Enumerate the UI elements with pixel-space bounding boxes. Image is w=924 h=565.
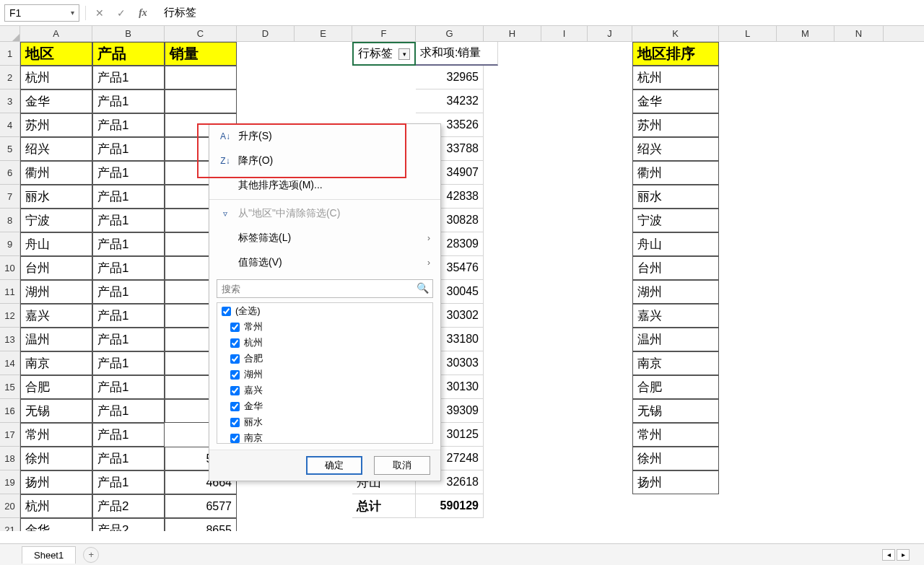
row-header-9[interactable]: 9 xyxy=(0,232,20,256)
cell-A5[interactable]: 绍兴 xyxy=(20,137,92,161)
filter-check-item[interactable]: 常州 xyxy=(217,319,432,335)
row-header-17[interactable]: 17 xyxy=(0,423,20,447)
row-header-15[interactable]: 15 xyxy=(0,375,20,399)
filter-search-input[interactable] xyxy=(217,279,433,298)
row-header-5[interactable]: 5 xyxy=(0,137,20,161)
name-box[interactable]: F1▾ xyxy=(4,4,79,22)
row-header-12[interactable]: 12 xyxy=(0,304,20,328)
cell-K10[interactable]: 台州 xyxy=(632,256,719,280)
cell-A3[interactable]: 金华 xyxy=(20,89,92,113)
cell-A11[interactable]: 湖州 xyxy=(20,280,92,304)
col-header-B[interactable]: B xyxy=(92,26,165,41)
column-headers[interactable]: ABCDEFGHIJKLMN xyxy=(20,26,924,42)
cell-K5[interactable]: 绍兴 xyxy=(632,137,719,161)
cell-C2[interactable] xyxy=(165,66,237,89)
cell-A17[interactable]: 常州 xyxy=(20,423,92,447)
select-all-corner[interactable] xyxy=(0,26,20,42)
cancel-button[interactable]: 取消 xyxy=(374,456,430,475)
cell-K9[interactable]: 舟山 xyxy=(632,232,719,256)
cell-K12[interactable]: 嘉兴 xyxy=(632,304,719,328)
cell-A10[interactable]: 台州 xyxy=(20,256,92,280)
cell-B6[interactable]: 产品1 xyxy=(92,161,165,185)
cell-C1[interactable]: 销量 xyxy=(165,42,237,66)
cell-C20[interactable]: 6577 xyxy=(165,494,237,518)
filter-checkbox[interactable] xyxy=(230,338,240,348)
cell-B16[interactable]: 产品1 xyxy=(92,399,165,423)
col-header-N[interactable]: N xyxy=(834,26,884,41)
row-header-1[interactable]: 1 xyxy=(0,42,20,66)
filter-check-item[interactable]: 金华 xyxy=(217,398,432,414)
cell-A9[interactable]: 舟山 xyxy=(20,232,92,256)
filter-checkbox[interactable] xyxy=(222,307,231,316)
cell-B7[interactable]: 产品1 xyxy=(92,185,165,209)
cell-B9[interactable]: 产品1 xyxy=(92,232,165,256)
cell-A2[interactable]: 杭州 xyxy=(20,66,92,89)
cell-G3[interactable]: 34232 xyxy=(416,89,484,113)
filter-check-item[interactable]: 湖州 xyxy=(217,367,432,382)
filter-check-item[interactable]: 丽水 xyxy=(217,414,432,430)
cell-B3[interactable]: 产品1 xyxy=(92,89,165,113)
filter-checkbox[interactable] xyxy=(230,434,240,443)
col-header-A[interactable]: A xyxy=(20,26,92,41)
cell-K3[interactable]: 金华 xyxy=(632,89,719,113)
label-filter-item[interactable]: 标签筛选(L)› xyxy=(209,226,440,250)
row-header-8[interactable]: 8 xyxy=(0,209,20,232)
col-header-C[interactable]: C xyxy=(165,26,237,41)
cell-K17[interactable]: 常州 xyxy=(632,423,719,447)
scroll-right-button[interactable]: ▸ xyxy=(897,549,910,561)
cell-K14[interactable]: 南京 xyxy=(632,351,719,375)
cell-K18[interactable]: 徐州 xyxy=(632,447,719,470)
cell-B15[interactable]: 产品1 xyxy=(92,375,165,399)
cell-B11[interactable]: 产品1 xyxy=(92,280,165,304)
filter-checkbox[interactable] xyxy=(230,386,240,395)
filter-checkbox[interactable] xyxy=(230,323,240,332)
row-header-13[interactable]: 13 xyxy=(0,328,20,351)
cell-K2[interactable]: 杭州 xyxy=(632,66,719,89)
col-header-L[interactable]: L xyxy=(719,26,777,41)
cell-A14[interactable]: 南京 xyxy=(20,351,92,375)
more-sort-options-item[interactable]: 其他排序选项(M)... xyxy=(209,173,440,198)
fx-icon[interactable]: fx xyxy=(135,5,151,21)
cell-G20[interactable]: 590129 xyxy=(416,494,484,518)
cell-A7[interactable]: 丽水 xyxy=(20,185,92,209)
cell-B18[interactable]: 产品1 xyxy=(92,447,165,470)
cell-F1[interactable]: 行标签▾ xyxy=(352,42,416,66)
cell-A21[interactable]: 金华 xyxy=(20,518,92,531)
row-header-4[interactable]: 4 xyxy=(0,113,20,137)
cell-C21[interactable]: 8655 xyxy=(165,518,237,531)
cell-A13[interactable]: 温州 xyxy=(20,328,92,351)
sheet-tab[interactable]: Sheet1 xyxy=(22,546,76,564)
cell-B4[interactable]: 产品1 xyxy=(92,113,165,137)
cell-A8[interactable]: 宁波 xyxy=(20,209,92,232)
col-header-K[interactable]: K xyxy=(632,26,719,41)
col-header-D[interactable]: D xyxy=(237,26,295,41)
cell-B12[interactable]: 产品1 xyxy=(92,304,165,328)
cell-B1[interactable]: 产品 xyxy=(92,42,165,66)
cell-B20[interactable]: 产品2 xyxy=(92,494,165,518)
ok-button[interactable]: 确定 xyxy=(306,456,362,475)
cell-B21[interactable]: 产品2 xyxy=(92,518,165,531)
row-header-20[interactable]: 20 xyxy=(0,494,20,518)
filter-check-item[interactable]: 合肥 xyxy=(217,351,432,367)
col-header-I[interactable]: I xyxy=(541,26,588,41)
cell-B13[interactable]: 产品1 xyxy=(92,328,165,351)
row-header-2[interactable]: 2 xyxy=(0,66,20,89)
filter-checkbox[interactable] xyxy=(230,354,240,364)
cell-A15[interactable]: 合肥 xyxy=(20,375,92,399)
cell-K4[interactable]: 苏州 xyxy=(632,113,719,137)
filter-search-box[interactable]: 🔍 xyxy=(217,279,433,298)
cell-K13[interactable]: 温州 xyxy=(632,328,719,351)
row-header-7[interactable]: 7 xyxy=(0,185,20,209)
row-header-21[interactable]: 21 xyxy=(0,518,20,531)
value-filter-item[interactable]: 值筛选(V)› xyxy=(209,250,440,275)
cell-A20[interactable]: 杭州 xyxy=(20,494,92,518)
cell-A18[interactable]: 徐州 xyxy=(20,447,92,470)
accept-formula-icon[interactable]: ✓ xyxy=(113,5,129,21)
col-header-H[interactable]: H xyxy=(484,26,541,41)
sort-descending-item[interactable]: Z↓ 降序(O) xyxy=(209,149,440,173)
cell-A16[interactable]: 无锡 xyxy=(20,399,92,423)
row-header-11[interactable]: 11 xyxy=(0,280,20,304)
filter-check-item[interactable]: 南京 xyxy=(217,430,432,444)
spreadsheet-grid[interactable]: ABCDEFGHIJKLMN 1234567891011121314151617… xyxy=(0,26,924,531)
filter-check-item[interactable]: (全选) xyxy=(217,303,432,319)
